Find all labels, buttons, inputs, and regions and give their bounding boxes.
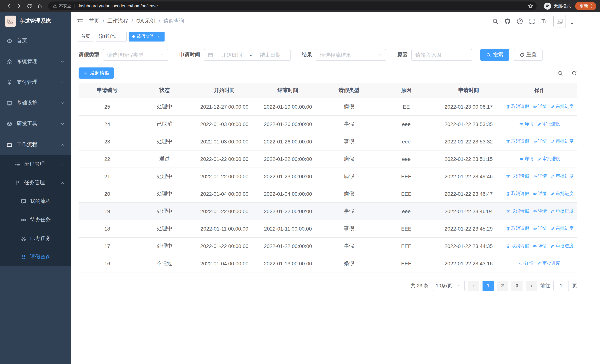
search-button[interactable]: 搜索 (480, 49, 509, 61)
approval-progress-link[interactable]: 审批进度 (550, 103, 573, 110)
create-leave-button[interactable]: 发起请假 (79, 67, 114, 79)
cancel-leave-link[interactable]: 取消请假 (506, 191, 529, 197)
question-icon[interactable] (517, 18, 523, 24)
sidebar-toggle-button[interactable] (71, 12, 89, 30)
breadcrumb-item[interactable]: 首页 (89, 18, 99, 24)
detail-link[interactable]: 详情 (532, 103, 547, 110)
result-select[interactable] (316, 49, 386, 61)
menu-dots-icon[interactable] (589, 3, 594, 9)
fullscreen-icon[interactable] (529, 18, 535, 24)
action-label: 取消请假 (511, 191, 529, 197)
detail-link[interactable]: 详情 (519, 156, 534, 162)
breadcrumb-item[interactable]: 工作流程 (107, 18, 128, 24)
sidebar-item-label: 任务管理 (24, 179, 57, 186)
sidebar-item-task-management[interactable]: 任务管理 (0, 173, 71, 192)
cell-reason: EEE (378, 255, 435, 272)
address-bar[interactable]: 不安全 dashboard.yudao.iocoder.cn/bpm/oa/le… (48, 1, 537, 10)
sidebar-item-leave-query[interactable]: 请假查询 (0, 248, 71, 266)
search-icon[interactable] (558, 70, 563, 76)
bookmark-star-icon[interactable] (528, 3, 533, 9)
detail-link[interactable]: 详情 (532, 173, 547, 179)
sidebar-item-todo-task[interactable]: 待办任务 (0, 211, 71, 229)
cancel-leave-link[interactable]: 取消请假 (506, 173, 529, 179)
result-input[interactable] (320, 52, 375, 58)
security-warning[interactable]: 不安全 (53, 3, 71, 9)
sidebar-item-system-management[interactable]: 系统管理 (0, 51, 71, 72)
url-text[interactable]: dashboard.yudao.iocoder.cn/bpm/oa/leave (77, 4, 525, 8)
browser-back-button[interactable] (4, 1, 13, 11)
sidebar-item-label: 支付管理 (17, 79, 56, 86)
reset-button[interactable]: 重置 (514, 49, 543, 61)
update-button[interactable]: 更新 (575, 2, 596, 10)
cancel-leave-link[interactable]: 取消请假 (506, 103, 529, 110)
browser-reload-button[interactable] (24, 1, 34, 11)
approval-progress-link[interactable]: 审批进度 (537, 260, 560, 267)
start-date-input[interactable] (215, 52, 248, 58)
sidebar-item-payment-management[interactable]: 支付管理 (0, 72, 71, 93)
sidebar-item-infrastructure[interactable]: 基础设施 (0, 93, 71, 113)
approval-progress-link[interactable]: 审批进度 (537, 121, 560, 127)
sidebar-item-process-management[interactable]: 流程管理 (0, 155, 71, 173)
sidebar-item-my-process[interactable]: 我的流程 (0, 192, 71, 211)
refresh-icon[interactable] (572, 70, 577, 76)
detail-link[interactable]: 详情 (532, 191, 547, 197)
approval-progress-link[interactable]: 审批进度 (550, 243, 573, 249)
prev-page-button[interactable] (468, 280, 479, 291)
sidebar-item-workflow[interactable]: 工作流程 (0, 134, 71, 155)
goto-page-input[interactable] (553, 280, 569, 291)
sidebar-item-home[interactable]: 首页 (0, 30, 71, 51)
font-size-icon[interactable] (541, 18, 547, 24)
tab-process-detail[interactable]: 流程详情 (96, 32, 127, 41)
detail-link[interactable]: 详情 (519, 121, 534, 127)
approval-progress-link[interactable]: 审批进度 (550, 208, 573, 214)
sidebar-item-devtools[interactable]: 研发工具 (0, 113, 71, 134)
approval-progress-link[interactable]: 审批进度 (550, 173, 573, 179)
avatar[interactable] (553, 15, 566, 28)
cell-actions: 取消请假详情审批进度 (502, 185, 577, 202)
page-button-2[interactable]: 2 (497, 280, 508, 291)
close-icon[interactable] (156, 34, 161, 39)
yen-icon (7, 80, 12, 85)
browser-forward-button[interactable] (14, 1, 24, 11)
leave-type-input[interactable] (107, 52, 158, 58)
chevron-down-icon (457, 284, 461, 288)
cell-leave-type: 事假 (320, 202, 378, 220)
monitor-icon (7, 100, 12, 106)
column-header: 请假类型 (320, 83, 378, 98)
leave-table: 申请编号状态开始时间结束时间请假类型原因申请时间操作 25处理中2021-12-… (79, 83, 577, 272)
end-date-input[interactable] (254, 52, 286, 58)
tab-leave-query[interactable]: 请假查询 (129, 32, 165, 41)
cancel-leave-link[interactable]: 取消请假 (506, 138, 529, 145)
browser-home-button[interactable] (35, 1, 45, 11)
sidebar-item-done-task[interactable]: 已办任务 (0, 229, 71, 248)
cancel-leave-link[interactable]: 取消请假 (506, 243, 529, 249)
github-icon[interactable] (504, 18, 511, 24)
detail-link[interactable]: 详情 (519, 260, 534, 267)
detail-link[interactable]: 详情 (532, 225, 547, 232)
cancel-leave-link[interactable]: 取消请假 (506, 208, 529, 214)
page-size-select[interactable]: 10条/页 (432, 280, 465, 291)
breadcrumb-item[interactable]: OA 示例 (136, 18, 155, 24)
cell-actions: 取消请假详情审批进度 (502, 237, 577, 255)
apply-time-range[interactable]: - (204, 49, 291, 61)
reason-field[interactable] (411, 49, 472, 61)
reason-input[interactable] (415, 52, 468, 58)
page-button-1[interactable]: 1 (483, 280, 494, 291)
close-icon[interactable] (119, 34, 123, 39)
detail-link[interactable]: 详情 (532, 243, 547, 249)
approval-progress-link[interactable]: 审批进度 (537, 156, 560, 162)
detail-link[interactable]: 详情 (532, 138, 547, 145)
next-page-button[interactable] (526, 280, 537, 291)
approval-progress-link[interactable]: 审批进度 (550, 225, 573, 232)
caret-down-icon[interactable] (570, 21, 574, 26)
leave-type-select[interactable] (103, 49, 168, 61)
cell-end-time: 2022-01-26 00:00:00 (255, 115, 320, 133)
detail-link[interactable]: 详情 (532, 208, 547, 214)
approval-progress-link[interactable]: 审批进度 (550, 191, 573, 197)
app-logo[interactable]: 芋道管理系统 (0, 12, 71, 30)
search-icon[interactable] (492, 18, 498, 24)
page-button-3[interactable]: 3 (511, 280, 523, 291)
tab-home[interactable]: 首页 (78, 32, 94, 41)
approval-progress-link[interactable]: 审批进度 (550, 138, 573, 145)
cancel-leave-link[interactable]: 取消请假 (506, 225, 529, 232)
